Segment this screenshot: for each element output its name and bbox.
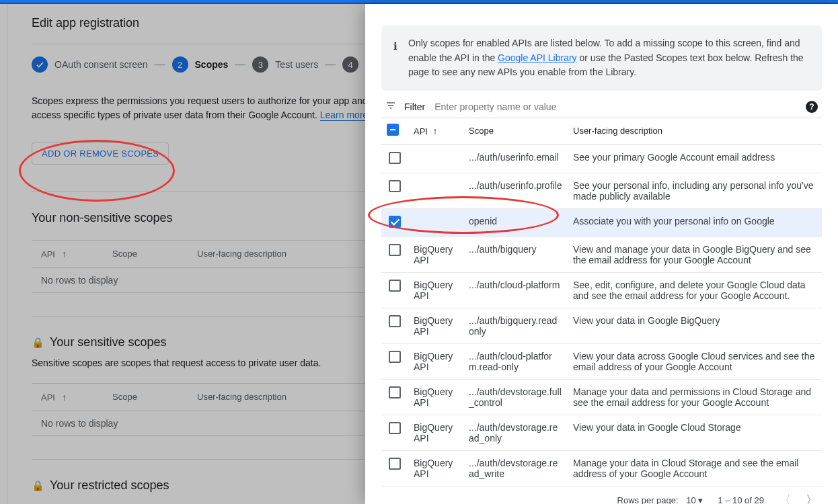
row-checkbox[interactable] <box>389 280 401 292</box>
col-header-scope[interactable]: Scope <box>463 118 568 145</box>
row-scope: .../auth/devstorage.full_control <box>463 380 568 415</box>
table-row[interactable]: BigQuery API.../auth/bigquery.readonlyVi… <box>381 308 822 344</box>
row-scope: .../auth/devstorage.read_only <box>463 415 568 451</box>
row-desc: View your data across Google Cloud servi… <box>568 344 822 380</box>
row-checkbox[interactable] <box>389 216 401 228</box>
table-row[interactable]: BigQuery API.../auth/devstorage.read_onl… <box>381 415 822 451</box>
table-row[interactable]: BigQuery API.../auth/bigqueryView and ma… <box>381 237 822 273</box>
row-checkbox[interactable] <box>389 386 401 398</box>
row-desc: View your data in Google Cloud Storage <box>568 415 822 451</box>
row-checkbox[interactable] <box>389 180 401 192</box>
row-checkbox[interactable] <box>389 152 401 164</box>
row-checkbox[interactable] <box>389 315 401 327</box>
row-checkbox[interactable] <box>389 422 401 434</box>
scopes-drawer: ℹ Only scopes for enabled APIs are liste… <box>365 4 838 504</box>
info-icon: ℹ <box>393 36 397 80</box>
table-row[interactable]: .../auth/userinfo.profileSee your person… <box>381 173 822 209</box>
row-api: BigQuery API <box>408 344 463 380</box>
filter-icon[interactable] <box>385 100 396 114</box>
row-api: BigQuery API <box>408 415 463 451</box>
row-api: BigQuery API <box>408 380 463 415</box>
filter-label: Filter <box>404 101 425 112</box>
table-row[interactable]: .../auth/userinfo.emailSee your primary … <box>381 145 822 173</box>
row-scope: .../auth/bigquery <box>463 237 568 273</box>
row-api: BigQuery API <box>408 451 463 487</box>
row-desc: View and manage your data in Google BigQ… <box>568 237 822 273</box>
table-row[interactable]: BigQuery API.../auth/cloud-platform.read… <box>381 344 822 380</box>
row-scope: openid <box>463 209 568 237</box>
table-row[interactable]: BigQuery API.../auth/cloud-platformSee, … <box>381 273 822 308</box>
select-all-checkbox[interactable] <box>387 124 399 136</box>
row-checkbox[interactable] <box>389 244 401 256</box>
scopes-table: API ↑ Scope User-facing description .../… <box>381 118 822 487</box>
row-desc: View your data in Google BigQuery <box>568 308 822 344</box>
rows-per-page-label: Rows per page: <box>617 495 679 504</box>
row-api: BigQuery API <box>408 237 463 273</box>
row-api: BigQuery API <box>408 273 463 308</box>
row-desc: See your personal info, including any pe… <box>568 173 822 209</box>
row-checkbox[interactable] <box>389 351 401 363</box>
row-api: BigQuery API <box>408 308 463 344</box>
info-banner: ℹ Only scopes for enabled APIs are liste… <box>381 26 822 91</box>
col-header-desc[interactable]: User-facing description <box>568 118 822 145</box>
page-range: 1 – 10 of 29 <box>718 495 764 504</box>
row-checkbox[interactable] <box>389 458 401 470</box>
filter-bar: Filter ? <box>381 91 822 118</box>
modal-scrim[interactable] <box>0 4 365 504</box>
row-scope: .../auth/cloud-platform <box>463 273 568 308</box>
filter-input[interactable] <box>433 101 798 113</box>
rows-per-page-value: 10 <box>686 495 695 504</box>
row-desc: See, edit, configure, and delete your Go… <box>568 273 822 308</box>
row-scope: .../auth/userinfo.profile <box>463 173 568 209</box>
row-api <box>408 209 463 237</box>
row-api <box>408 173 463 209</box>
table-row[interactable]: BigQuery API.../auth/devstorage.read_wri… <box>381 451 822 487</box>
row-scope: .../auth/devstorage.read_write <box>463 451 568 487</box>
help-icon[interactable]: ? <box>806 101 818 113</box>
table-row[interactable]: openidAssociate you with your personal i… <box>381 209 822 237</box>
table-row[interactable]: BigQuery API.../auth/devstorage.full_con… <box>381 380 822 415</box>
sort-arrow-up-icon[interactable]: ↑ <box>433 126 438 136</box>
row-desc: Manage your data and permissions in Clou… <box>568 380 822 415</box>
rows-per-page-select[interactable]: 10 ▾ <box>686 495 703 504</box>
col-header-api[interactable]: API <box>414 126 428 136</box>
row-desc: Manage your data in Cloud Storage and se… <box>568 451 822 487</box>
google-api-library-link[interactable]: Google API Library <box>498 52 577 63</box>
row-api <box>408 145 463 173</box>
row-scope: .../auth/cloud-platform.read-only <box>463 344 568 380</box>
info-banner-text: Only scopes for enabled APIs are listed … <box>408 36 810 80</box>
table-pager: Rows per page: 10 ▾ 1 – 10 of 29 〈 〉 <box>381 487 822 504</box>
row-desc: See your primary Google Account email ad… <box>568 145 822 173</box>
next-page-button[interactable]: 〉 <box>806 492 818 504</box>
row-scope: .../auth/userinfo.email <box>463 145 568 173</box>
prev-page-button[interactable]: 〈 <box>779 492 791 504</box>
row-desc: Associate you with your personal info on… <box>568 209 822 237</box>
row-scope: .../auth/bigquery.readonly <box>463 308 568 344</box>
